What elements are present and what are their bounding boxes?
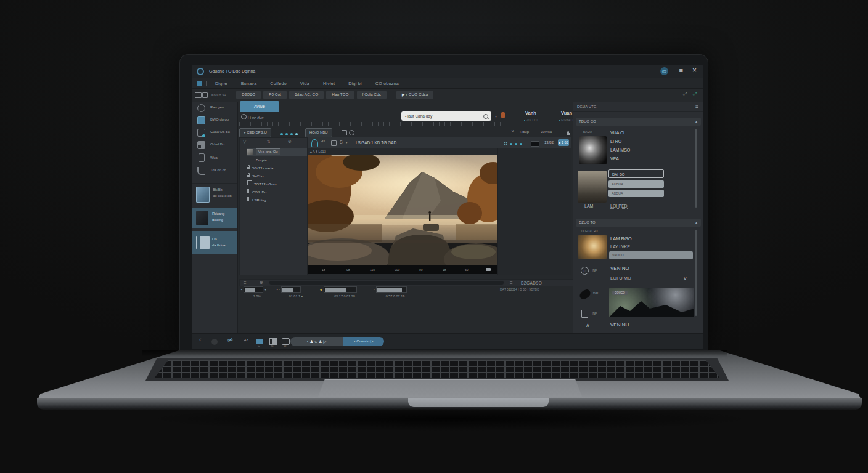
s1-line-3[interactable]: VEA xyxy=(610,156,619,161)
tab-2[interactable]: 6dau AC: CO xyxy=(289,91,324,99)
sidebar-item-6[interactable]: Bb/Bb dd ddo d db xyxy=(192,183,237,206)
gray-button-0[interactable]: AUBUA xyxy=(608,180,664,188)
duration-widget[interactable]: ◔ 0.57 0 02.19 xyxy=(373,286,417,304)
folder2-icon[interactable] xyxy=(202,92,208,98)
play-range-button[interactable]: ▶ 1 63 xyxy=(558,139,569,146)
canvas-timeline-ruler[interactable]: 18 08 110 000 00 18 60 xyxy=(308,265,497,274)
zoom-widget[interactable]: ▪ ▾ 1 8% xyxy=(241,286,273,304)
active-tab[interactable]: Avove xyxy=(240,101,279,112)
section2-header[interactable]: DZUO TO ▴ xyxy=(576,219,701,227)
play-icon[interactable]: ▷ xyxy=(324,339,327,344)
search-icon[interactable] xyxy=(483,114,488,119)
camera-icon[interactable] xyxy=(486,268,491,271)
stamp-icon[interactable] xyxy=(311,139,318,147)
sidebar-item-7[interactable]: Rduang Boding xyxy=(192,208,237,228)
menu-item-1[interactable]: Bunava xyxy=(241,81,257,86)
scissors-icon[interactable]: ✂ xyxy=(226,336,234,345)
frame-widget[interactable]: ▪ ▫ 01 01 1 ▾ xyxy=(277,286,315,304)
target-icon[interactable]: ⊙ xyxy=(288,139,292,144)
screen-icon[interactable] xyxy=(256,339,263,344)
tab-4[interactable]: f Cdia Cds xyxy=(357,91,387,99)
timeline-track[interactable] xyxy=(269,281,504,285)
dim-record-icon[interactable] xyxy=(211,339,218,345)
gray-button-1[interactable]: ABBUA xyxy=(608,190,664,197)
sidebar-item-2[interactable]: Cuaa Oa Bo xyxy=(192,129,237,140)
guides-label[interactable]: Luvma xyxy=(541,130,552,134)
canvas-photo[interactable] xyxy=(308,155,497,265)
clip-thumbnail[interactable] xyxy=(578,235,607,259)
storm-thumbnail[interactable]: COUCO xyxy=(609,288,694,317)
playback-controls[interactable]: ‹ ♟ G ♟ ▷ xyxy=(290,337,343,346)
mode-button[interactable]: HO/O NBU xyxy=(305,128,332,137)
render-button[interactable]: ‹ Cunurin ▷ xyxy=(343,337,384,346)
s1-line-0[interactable]: VUA CI xyxy=(610,131,624,135)
sidebar-item-3[interactable]: Odad Bo xyxy=(192,141,237,152)
preset-thumbnail[interactable] xyxy=(578,171,607,203)
section1-header[interactable]: TDUO CO ▴ xyxy=(576,118,701,126)
expand-icon[interactable]: ⤢ xyxy=(683,91,687,97)
add-track-icon[interactable]: ⊕ xyxy=(260,280,263,285)
layer-row-2[interactable]: 5G/13 cuada xyxy=(247,164,307,172)
track-options-icon[interactable]: ≡ xyxy=(510,280,513,286)
menu-item-5[interactable]: Digi bi xyxy=(348,81,362,86)
outline-button[interactable]: DAI BO xyxy=(608,169,664,178)
workspace-icon[interactable] xyxy=(197,81,202,86)
sidebar-item-1[interactable]: BWO do oo xyxy=(192,116,237,127)
back-icon[interactable]: ‹ xyxy=(199,336,202,343)
tab-1[interactable]: P0 Cot xyxy=(263,91,287,99)
panel-menu-icon[interactable]: ≡ xyxy=(695,102,698,111)
menu-item-3[interactable]: Vida xyxy=(300,81,309,86)
tab-0[interactable]: D2O6O xyxy=(236,91,261,99)
crop-button[interactable]: + CED DPS.U xyxy=(239,128,271,137)
close-icon[interactable]: × xyxy=(692,66,697,75)
collapse-up-icon[interactable]: ∧ xyxy=(586,322,590,328)
account-icon[interactable]: @ xyxy=(660,67,668,75)
layer-row-3[interactable]: SaCbo: xyxy=(247,172,307,180)
sidebar-item-0[interactable]: Ran gen xyxy=(192,104,237,115)
window-menu-icon[interactable]: ≡ xyxy=(679,67,683,74)
name-input[interactable]: VAUUU xyxy=(609,251,693,259)
view-tab-0[interactable]: Vanh xyxy=(517,110,544,116)
expand-chevron-icon[interactable]: ∨ xyxy=(683,275,687,281)
circle-tool-icon[interactable] xyxy=(349,130,354,135)
lock-icon[interactable] xyxy=(567,133,570,135)
folder-icon[interactable] xyxy=(195,92,202,98)
collapse-chevron-icon[interactable]: ∨ xyxy=(511,129,514,134)
filmstrip-icon[interactable] xyxy=(531,141,539,147)
widget-input[interactable] xyxy=(324,286,357,293)
layer-row-6[interactable]: LSRdivg xyxy=(247,196,307,204)
square-tool-icon[interactable] xyxy=(342,130,347,135)
undo-icon[interactable]: ↶ xyxy=(321,139,326,145)
filter-icon[interactable]: ▽ xyxy=(243,139,246,144)
timecode-widget[interactable]: ◆ 05:17 0 01:28 xyxy=(320,286,369,304)
widget-input[interactable] xyxy=(281,286,301,293)
effect-thumbnail[interactable] xyxy=(579,136,607,164)
layer-row-0[interactable]: Vea grg. Ou xyxy=(247,148,307,156)
undo-icon[interactable]: ↶ xyxy=(244,338,248,344)
layer-row-4[interactable]: TOT13 uGom xyxy=(247,180,307,188)
menu-item-6[interactable]: CO obuzna xyxy=(375,81,399,86)
style-dropdown-icon[interactable]: ▾ xyxy=(346,140,348,144)
collapse-icon[interactable]: ⤢ xyxy=(693,91,697,97)
sidebar-item-8[interactable]: Oo da Kdoa xyxy=(192,231,237,254)
style-icon[interactable]: S xyxy=(340,140,343,144)
timeline-menu-icon[interactable]: ≡ xyxy=(244,280,247,286)
menu-item-4[interactable]: Hivlet xyxy=(323,81,335,86)
section2-scrollbar[interactable] xyxy=(695,230,697,316)
tab-5[interactable]: ▶ r CUO Cdsa xyxy=(396,91,433,99)
sort-icon[interactable]: ⇅ xyxy=(267,139,271,144)
layer-row-5[interactable]: CO/L Do xyxy=(247,188,307,196)
s1-line-1[interactable]: LI RO xyxy=(610,139,621,144)
select-icon[interactable] xyxy=(331,140,337,146)
layer-row-1[interactable]: Durpia xyxy=(247,156,307,164)
sidebar-item-5[interactable]: Tda do dr xyxy=(192,167,237,178)
widget-input[interactable] xyxy=(244,286,263,293)
flame-icon[interactable] xyxy=(501,112,505,118)
back-icon[interactable]: ‹ xyxy=(307,339,308,344)
s1-line-2[interactable]: LAM MSO xyxy=(610,148,630,152)
section1-scrollbar[interactable] xyxy=(695,129,697,208)
search-dropdown-icon[interactable]: ▾ xyxy=(495,114,497,118)
sidebar-item-4[interactable]: Wua xyxy=(192,153,237,164)
search-input[interactable]: ▪ iaut Cana day xyxy=(401,111,491,121)
s1-foot2[interactable]: LOI PED xyxy=(610,204,628,209)
